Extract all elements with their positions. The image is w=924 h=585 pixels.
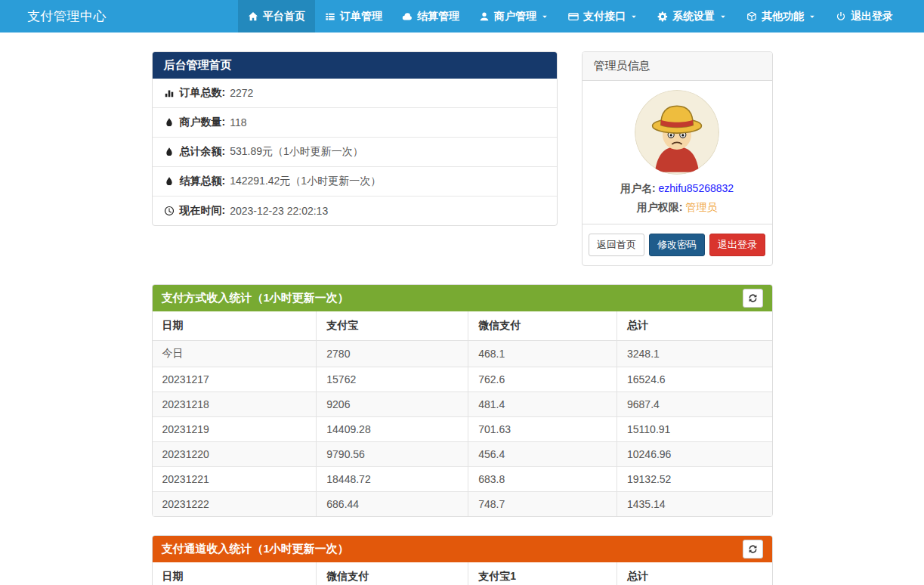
table-title: 支付方式收入统计（1小时更新一次） <box>162 291 349 305</box>
table-cell: 748.7 <box>468 492 617 517</box>
table-cell: 686.44 <box>317 492 468 517</box>
refresh-button[interactable] <box>743 289 763 308</box>
nav-item-label: 退出登录 <box>851 10 893 23</box>
column-header: 日期 <box>153 562 317 585</box>
nav-item-label: 其他功能 <box>762 10 804 23</box>
nav-item-orders[interactable]: 订单管理 <box>315 0 392 32</box>
nav-item-settlement[interactable]: 结算管理 <box>392 0 469 32</box>
column-header: 微信支付 <box>317 562 468 585</box>
admin-panel-body: 用户名: ezhifu85268832 用户权限: 管理员 <box>583 81 772 224</box>
table-row: 2023122118448.72683.819132.52 <box>153 467 772 492</box>
dashboard-stats-list: 订单总数:2272商户数量:118总计余额:531.89元（1小时更新一次）结算… <box>153 79 557 225</box>
table-cell: 9687.4 <box>617 392 771 417</box>
admin-panel-footer: 返回首页修改密码退出登录 <box>583 224 772 265</box>
data-table: 日期支付宝微信支付总计今日2780468.13248.1202312171576… <box>153 311 772 516</box>
stat-label: 订单总数: <box>180 86 226 100</box>
dashboard-panel: 后台管理首页 订单总数:2272商户数量:118总计余额:531.89元（1小时… <box>152 51 558 226</box>
cloud-icon <box>402 11 413 22</box>
table-cell: 456.4 <box>468 442 617 467</box>
table-cell: 20231219 <box>153 417 317 442</box>
pay-channel-panel: 支付通道收入统计（1小时更新一次）日期微信支付支付宝1总计 <box>152 535 773 585</box>
nav-item-settings[interactable]: 系统设置 <box>647 0 737 32</box>
nav-item-logout[interactable]: 退出登录 <box>826 0 903 32</box>
column-header: 微信支付 <box>468 311 617 341</box>
change-password-button[interactable]: 修改密码 <box>649 234 705 256</box>
logout-button[interactable]: 退出登录 <box>709 234 765 256</box>
stat-row: 结算总额:142291.42元（1小时更新一次） <box>153 166 557 196</box>
bar-chart-icon <box>164 88 175 98</box>
table-panel-header: 支付通道收入统计（1小时更新一次） <box>153 536 772 562</box>
user-icon <box>479 11 490 22</box>
table-cell: 3248.1 <box>617 341 771 367</box>
nav-item-label: 系统设置 <box>672 10 715 23</box>
table-cell: 762.6 <box>468 367 617 392</box>
back-home-button[interactable]: 返回首页 <box>589 234 644 256</box>
stat-value: 531.89元（1小时更新一次） <box>230 145 363 159</box>
nav-item-pay-api[interactable]: 支付接口 <box>558 0 647 32</box>
role-label: 用户权限: <box>637 201 683 213</box>
table-row: 2023121914409.28701.6315110.91 <box>153 417 772 442</box>
table-cell: 16524.6 <box>617 367 771 392</box>
refresh-icon <box>748 293 758 303</box>
table-cell: 今日 <box>153 341 317 367</box>
table-cell: 20231218 <box>153 392 317 417</box>
table-cell: 15762 <box>317 367 468 392</box>
avatar <box>635 90 719 175</box>
stat-value: 142291.42元（1小时更新一次） <box>230 175 381 188</box>
nav-item-label: 结算管理 <box>417 10 459 23</box>
list-icon <box>325 11 335 22</box>
pay-method-panel: 支付方式收入统计（1小时更新一次）日期支付宝微信支付总计今日2780468.13… <box>152 284 773 517</box>
gear-icon <box>657 11 668 22</box>
table-row: 20231222686.44748.71435.14 <box>153 492 772 517</box>
app-title: 支付管理中心 <box>0 0 107 32</box>
table-cell: 20231220 <box>153 442 317 467</box>
column-header: 支付宝 <box>317 311 468 341</box>
table-row: 202312189206481.49687.4 <box>153 392 772 417</box>
navbar: 支付管理中心 平台首页订单管理结算管理商户管理支付接口系统设置其他功能退出登录 <box>0 0 924 32</box>
caret-down-icon <box>808 13 816 20</box>
username-link[interactable]: ezhifu85268832 <box>658 182 734 194</box>
caret-down-icon <box>719 13 727 20</box>
stat-row: 现在时间:2023-12-23 22:02:13 <box>153 196 557 225</box>
stat-value: 118 <box>230 116 246 128</box>
dashboard-panel-title: 后台管理首页 <box>153 52 557 79</box>
stat-value: 2023-12-23 22:02:13 <box>230 205 328 217</box>
droplet-icon <box>164 117 175 128</box>
cube-icon <box>746 11 757 22</box>
admin-info-panel: 管理员信息 用户名: <box>582 51 773 266</box>
table-cell: 19132.52 <box>617 467 771 492</box>
main-content: 后台管理首页 订单总数:2272商户数量:118总计余额:531.89元（1小时… <box>152 32 773 585</box>
droplet-icon <box>164 147 175 157</box>
table-row: 202312209790.56456.410246.96 <box>153 442 772 467</box>
home-icon <box>248 11 258 22</box>
table-panel-header: 支付方式收入统计（1小时更新一次） <box>153 285 772 311</box>
stat-label: 总计余额: <box>180 145 226 159</box>
table-header-row: 日期支付宝微信支付总计 <box>153 311 772 341</box>
caret-down-icon <box>541 13 549 20</box>
nav-item-other[interactable]: 其他功能 <box>737 0 826 32</box>
table-row: 今日2780468.13248.1 <box>153 341 772 367</box>
table-cell: 15110.91 <box>617 417 771 442</box>
table-cell: 18448.72 <box>317 467 468 492</box>
role-value[interactable]: 管理员 <box>685 201 717 213</box>
table-cell: 9206 <box>317 392 468 417</box>
column-header: 日期 <box>153 311 317 341</box>
stat-value: 2272 <box>230 87 253 99</box>
nav-item-label: 商户管理 <box>494 10 536 23</box>
nav-item-merchants[interactable]: 商户管理 <box>469 0 558 32</box>
table-cell: 481.4 <box>468 392 617 417</box>
nav-item-label: 支付接口 <box>583 10 626 23</box>
nav-item-home[interactable]: 平台首页 <box>238 0 315 32</box>
table-row: 2023121715762762.616524.6 <box>153 367 772 392</box>
refresh-icon <box>748 544 758 554</box>
admin-panel-title: 管理员信息 <box>583 52 772 81</box>
credit-card-icon <box>568 11 579 22</box>
stat-row: 商户数量:118 <box>153 107 557 137</box>
table-cell: 468.1 <box>468 341 617 367</box>
refresh-button[interactable] <box>743 540 763 559</box>
table-title: 支付通道收入统计（1小时更新一次） <box>162 542 349 556</box>
stat-label: 现在时间: <box>180 204 226 218</box>
clock-icon <box>164 206 175 216</box>
stat-label: 商户数量: <box>180 116 226 129</box>
navbar-menu: 平台首页订单管理结算管理商户管理支付接口系统设置其他功能退出登录 <box>238 0 924 32</box>
